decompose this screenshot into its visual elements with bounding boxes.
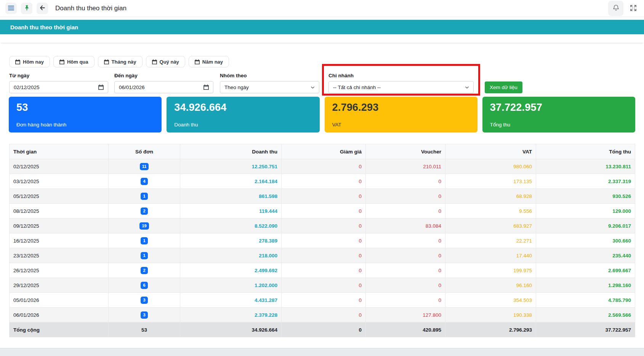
stat-card-value: 2.796.293 — [332, 102, 470, 113]
cell-total: 300.660 — [536, 233, 635, 248]
cell-voucher: 0 — [366, 174, 445, 189]
cell-vat: 173.135 — [445, 174, 536, 189]
cell-vat: 980.060 — [445, 159, 536, 174]
cell-date: 26/12/2025 — [10, 263, 109, 278]
cell-discount: 0 — [282, 233, 366, 248]
cell-discount: 0 — [282, 293, 366, 308]
stat-card-value: 34.926.664 — [174, 102, 312, 113]
view-data-button[interactable]: Xem dữ liệu — [485, 81, 522, 93]
cell-revenue: 4.431.287 — [180, 293, 282, 308]
cell-vat: 96.160 — [445, 278, 536, 293]
orders-badge: 3 — [141, 311, 147, 319]
table-row: 05/12/2025 1 861.598 0 0 68.928 930.526 — [10, 189, 635, 204]
cell-orders: 4 — [109, 174, 180, 189]
arrow-left-icon — [39, 5, 46, 12]
to-date-input[interactable]: 06/01/2026 — [114, 81, 213, 93]
calendar-icon — [203, 85, 209, 90]
cell-date: 16/12/2025 — [10, 233, 109, 248]
cell-revenue: 8.522.090 — [180, 219, 282, 233]
total-orders: 53 — [109, 322, 180, 337]
cell-discount: 0 — [282, 248, 366, 263]
stat-card-label: Tổng thu — [490, 122, 628, 128]
cell-discount: 0 — [282, 278, 366, 293]
calendar-icon — [59, 59, 64, 64]
cell-date: 05/12/2025 — [10, 189, 109, 204]
table-row: 23/12/2025 1 218.000 0 0 17.440 235.440 — [10, 248, 635, 263]
quick-filter-4[interactable]: Năm nay — [189, 56, 229, 67]
cell-orders: 19 — [109, 219, 180, 233]
quick-filter-2[interactable]: Tháng này — [98, 56, 143, 67]
stat-card-label: Đơn hàng hoàn thành — [16, 122, 154, 128]
stat-card-label: Doanh thu — [174, 122, 312, 128]
cell-voucher: 83.084 — [366, 219, 445, 233]
quick-filter-1[interactable]: Hôm qua — [53, 56, 95, 67]
orders-badge: 3 — [141, 297, 147, 304]
cell-total: 2.337.319 — [536, 174, 635, 189]
column-header-2: Doanh thu — [180, 144, 282, 159]
group-by-select[interactable]: Theo ngày — [220, 81, 319, 93]
bell-icon — [612, 4, 620, 13]
revenue-table: Thời gianSố đơnDoanh thuGiảm giáVoucherV… — [9, 144, 635, 337]
cell-revenue: 119.444 — [180, 204, 282, 219]
fullscreen-button[interactable] — [628, 3, 639, 14]
table-row: 29/12/2025 6 1.202.000 0 0 96.160 1.298.… — [10, 278, 635, 293]
orders-badge: 2 — [141, 208, 147, 215]
cell-revenue: 12.250.751 — [180, 159, 282, 174]
cell-orders: 11 — [109, 159, 180, 174]
cell-discount: 0 — [282, 174, 366, 189]
cell-voucher: 0 — [366, 263, 445, 278]
orders-badge: 2 — [141, 267, 147, 274]
cell-total: 2.699.667 — [536, 263, 635, 278]
cell-discount: 0 — [282, 204, 366, 219]
cell-orders: 1 — [109, 248, 180, 263]
table-header-row: Thời gianSố đơnDoanh thuGiảm giáVoucherV… — [10, 144, 635, 159]
table-row: 03/12/2025 4 2.164.184 0 0 173.135 2.337… — [10, 174, 635, 189]
cell-orders: 3 — [109, 308, 180, 322]
quick-filter-0[interactable]: Hôm nay — [9, 56, 50, 67]
report-title: Doanh thu theo thời gian — [10, 24, 78, 30]
back-button[interactable] — [37, 3, 48, 14]
cell-total: 235.440 — [536, 248, 635, 263]
stat-card-3: 37.722.957 Tổng thu — [482, 97, 635, 133]
stat-card-value: 37.722.957 — [490, 102, 628, 113]
cell-total: 13.230.811 — [536, 159, 635, 174]
calendar-icon — [98, 85, 104, 90]
cell-revenue: 2.164.184 — [180, 174, 282, 189]
calendar-icon — [15, 59, 20, 64]
cell-discount: 0 — [282, 159, 366, 174]
header-shadow — [0, 34, 644, 43]
cell-revenue: 861.598 — [180, 189, 282, 204]
group-by-group: Nhóm theo Theo ngày — [220, 73, 319, 93]
cell-vat: 683.927 — [445, 219, 536, 233]
branch-select[interactable]: -- Tất cả chi nhánh -- — [328, 81, 474, 93]
pin-button[interactable] — [21, 3, 32, 14]
table-row: 08/12/2025 2 119.444 0 0 9.556 129.000 — [10, 204, 635, 219]
table-row: 05/01/2026 3 4.431.287 0 0 354.503 4.785… — [10, 293, 635, 308]
to-date-label: Đến ngày — [114, 73, 213, 78]
pushpin-icon — [24, 5, 30, 12]
orders-badge: 1 — [141, 237, 147, 244]
to-date-group: Đến ngày 06/01/2026 — [114, 73, 213, 93]
quick-filter-row: Hôm nay Hôm qua Tháng này Quý này Năm na… — [9, 56, 635, 67]
orders-badge: 19 — [139, 222, 149, 230]
report-header-banner: Doanh thu theo thời gian — [0, 20, 644, 34]
orders-badge: 6 — [141, 282, 147, 289]
cell-orders: 2 — [109, 204, 180, 219]
menu-button[interactable] — [5, 3, 17, 14]
table-row: 26/12/2025 2 2.499.692 0 0 199.975 2.699… — [10, 263, 635, 278]
column-header-4: Voucher — [366, 144, 445, 159]
stat-card-2: 2.796.293 VAT — [325, 97, 477, 133]
cell-orders: 2 — [109, 263, 180, 278]
stat-card-1: 34.926.664 Doanh thu — [167, 97, 319, 133]
from-date-input[interactable]: 02/12/2025 — [9, 81, 108, 93]
quick-filter-3[interactable]: Quý này — [146, 56, 185, 67]
expand-arrows-icon — [630, 4, 637, 13]
cell-voucher: 0 — [366, 204, 445, 219]
topbar-actions — [608, 1, 639, 16]
notifications-button[interactable] — [608, 1, 623, 16]
total-total: 37.722.957 — [536, 322, 635, 337]
orders-badge: 1 — [141, 252, 147, 259]
cell-voucher: 0 — [366, 233, 445, 248]
stat-card-0: 53 Đơn hàng hoàn thành — [9, 97, 162, 133]
cell-orders: 6 — [109, 278, 180, 293]
